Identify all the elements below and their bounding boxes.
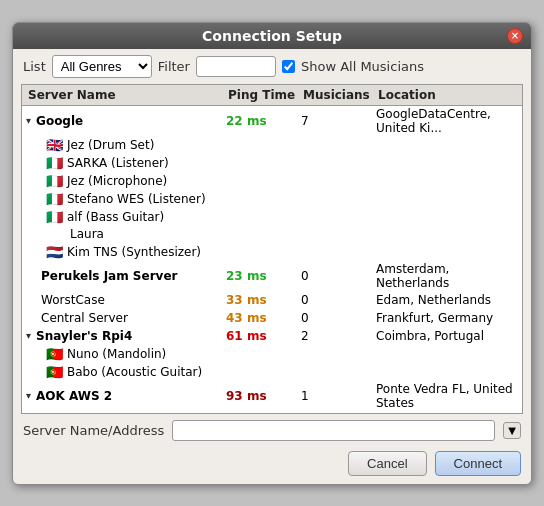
child-name: Jez (Drum Set)	[67, 138, 154, 152]
flag-icon: 🇵🇹	[46, 364, 63, 380]
server-addr-dropdown[interactable]: ▼	[503, 422, 521, 439]
child-row[interactable]: 🇮🇹SARKA (Listener)	[22, 154, 522, 172]
child-name: Babo (Acoustic Guitar)	[67, 365, 202, 379]
server-name-cell: WorstCase	[26, 293, 226, 307]
child-row[interactable]: Laura	[22, 226, 522, 243]
show-all-checkbox[interactable]	[282, 60, 295, 73]
connection-setup-dialog: Connection Setup × List All Genres Rock …	[12, 22, 532, 485]
musicians-cell: 0	[301, 269, 376, 283]
cancel-button[interactable]: Cancel	[348, 451, 426, 476]
ping-cell: 23 ms	[226, 269, 301, 283]
musicians-cell: 0	[301, 293, 376, 307]
server-name-text: Snayler's Rpi4	[36, 329, 132, 343]
location-cell: Coimbra, Portugal	[376, 329, 518, 343]
child-name: Laura	[70, 227, 104, 241]
flag-icon: 🇮🇹	[46, 155, 63, 171]
ping-cell: 93 ms	[226, 389, 301, 403]
expand-icon[interactable]: ▾	[26, 115, 31, 126]
musicians-cell: 0	[301, 311, 376, 325]
child-row[interactable]: 🇮🇹Jez (Microphone)	[22, 172, 522, 190]
server-name-cell: ▾Snayler's Rpi4	[26, 329, 226, 343]
location-cell: Ponte Vedra FL, United States	[376, 382, 518, 410]
col-server-name: Server Name	[26, 87, 226, 103]
table-header: Server Name Ping Time Musicians Location	[22, 85, 522, 106]
title-bar: Connection Setup ×	[13, 23, 531, 49]
col-location: Location	[376, 87, 518, 103]
server-name-text: AOK AWS 2	[36, 389, 112, 403]
table-body: ▾Google22 ms7GoogleDataCentre, United Ki…	[22, 106, 522, 414]
child-row[interactable]: 🇮🇹Stefano WES (Listener)	[22, 190, 522, 208]
table-row[interactable]: Perukels Jam Server23 ms0Amsterdam, Neth…	[22, 261, 522, 291]
server-name-text: Perukels Jam Server	[41, 269, 177, 283]
genre-select[interactable]: All Genres Rock Jazz Classical Pop	[52, 55, 152, 78]
child-name: Stefano WES (Listener)	[67, 192, 206, 206]
child-name: Kim TNS (Synthesizer)	[67, 245, 201, 259]
ping-cell: 22 ms	[226, 114, 301, 128]
child-name: Jez (Microphone)	[67, 174, 167, 188]
flag-icon: 🇮🇹	[46, 191, 63, 207]
location-cell: Edam, Netherlands	[376, 293, 518, 307]
child-name: alf (Bass Guitar)	[67, 210, 164, 224]
connect-button[interactable]: Connect	[435, 451, 521, 476]
expand-icon[interactable]: ▾	[26, 330, 31, 341]
musicians-cell: 7	[301, 114, 376, 128]
musicians-cell: 2	[301, 329, 376, 343]
server-addr-label: Server Name/Address	[23, 423, 164, 438]
child-name: Nuno (Mandolin)	[67, 347, 166, 361]
location-cell: Amsterdam, Netherlands	[376, 262, 518, 290]
child-name: SARKA (Listener)	[67, 156, 169, 170]
server-name-text: Central Server	[41, 311, 128, 325]
server-table[interactable]: Server Name Ping Time Musicians Location…	[21, 84, 523, 414]
filter-input[interactable]	[196, 56, 276, 77]
filter-label: Filter	[158, 59, 190, 74]
server-name-cell: Perukels Jam Server	[26, 269, 226, 283]
toolbar: List All Genres Rock Jazz Classical Pop …	[13, 49, 531, 84]
flag-icon: 🇵🇹	[46, 346, 63, 362]
close-button[interactable]: ×	[507, 28, 523, 44]
table-row[interactable]: ▾AOK AWS 293 ms1Ponte Vedra FL, United S…	[22, 381, 522, 411]
server-name-cell: ▾Google	[26, 114, 226, 128]
child-row[interactable]: 🇮🇹alf (Bass Guitar)	[22, 208, 522, 226]
child-row[interactable]: 🇵🇹Nuno (Mandolin)	[22, 345, 522, 363]
ping-cell: 33 ms	[226, 293, 301, 307]
location-cell: Frankfurt, Germany	[376, 311, 518, 325]
table-row[interactable]: WorstCase33 ms0Edam, Netherlands	[22, 291, 522, 309]
col-ping: Ping Time	[226, 87, 301, 103]
ping-cell: 61 ms	[226, 329, 301, 343]
server-addr-input[interactable]	[172, 420, 495, 441]
show-all-label[interactable]: Show All Musicians	[282, 59, 424, 74]
child-row[interactable]: 🇵🇹Babo (Acoustic Guitar)	[22, 363, 522, 381]
location-cell: GoogleDataCentre, United Ki...	[376, 107, 518, 135]
footer-row: Server Name/Address ▼	[13, 414, 531, 447]
table-row[interactable]: ▾Google22 ms7GoogleDataCentre, United Ki…	[22, 106, 522, 136]
table-row[interactable]: ▾Snayler's Rpi461 ms2Coimbra, Portugal	[22, 327, 522, 345]
server-name-cell: ▾AOK AWS 2	[26, 389, 226, 403]
flag-icon: 🇮🇹	[46, 209, 63, 225]
button-row: Cancel Connect	[13, 447, 531, 484]
server-name-cell: Central Server	[26, 311, 226, 325]
table-row[interactable]: Central Server43 ms0Frankfurt, Germany	[22, 309, 522, 327]
server-name-text: Google	[36, 114, 83, 128]
child-row[interactable]: 🇬🇧Jez (Drum Set)	[22, 136, 522, 154]
flag-icon: 🇮🇹	[46, 173, 63, 189]
server-name-text: WorstCase	[41, 293, 105, 307]
expand-icon[interactable]: ▾	[26, 390, 31, 401]
musicians-cell: 1	[301, 389, 376, 403]
col-musicians: Musicians	[301, 87, 376, 103]
list-label: List	[23, 59, 46, 74]
flag-icon: 🇳🇱	[46, 244, 63, 260]
ping-cell: 43 ms	[226, 311, 301, 325]
dialog-title: Connection Setup	[202, 28, 342, 44]
child-row[interactable]: 🇳🇱Kim TNS (Synthesizer)	[22, 243, 522, 261]
flag-icon: 🇬🇧	[46, 137, 63, 153]
